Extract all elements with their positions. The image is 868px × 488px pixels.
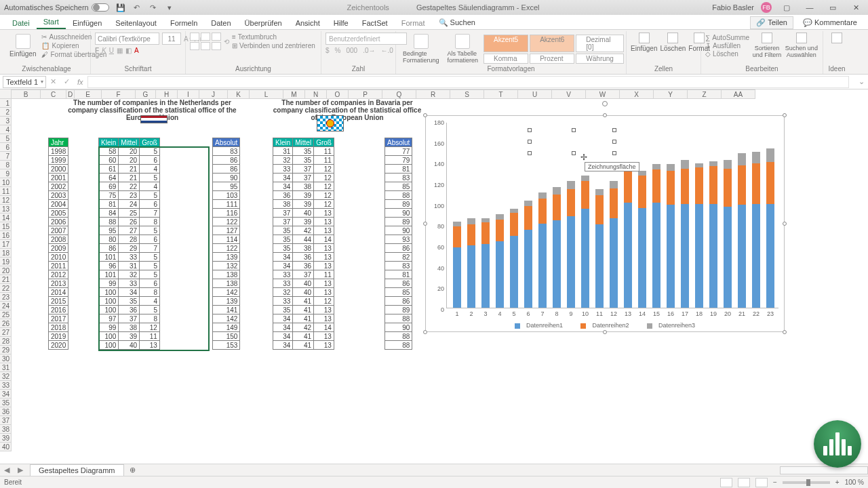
col-header[interactable]: AA xyxy=(722,89,755,99)
col-header[interactable]: R xyxy=(416,89,450,99)
row-header[interactable]: 28 xyxy=(0,337,12,346)
qat-more-icon[interactable]: ▾ xyxy=(165,3,174,12)
italic-button[interactable]: K xyxy=(102,47,106,54)
row-header[interactable]: 20 xyxy=(0,266,12,275)
row-header[interactable]: 2 xyxy=(0,108,12,117)
select-all-corner[interactable] xyxy=(0,89,12,99)
zoom-out-icon[interactable]: − xyxy=(773,479,777,486)
rotate-handle-icon[interactable] xyxy=(602,101,608,106)
tab-help[interactable]: Hilfe xyxy=(327,16,355,29)
add-sheet-icon[interactable]: ⊕ xyxy=(124,466,141,474)
row-header[interactable]: 33 xyxy=(0,381,12,390)
horizontal-scrollbar[interactable] xyxy=(780,466,868,474)
row-header[interactable]: 15 xyxy=(0,222,12,231)
formula-bar[interactable] xyxy=(87,76,849,88)
col-header[interactable]: K xyxy=(228,89,250,99)
comma-icon[interactable]: 000 xyxy=(346,47,357,54)
row-header[interactable]: 34 xyxy=(0,390,12,399)
view-normal-icon[interactable] xyxy=(720,478,732,487)
tab-pagelayout[interactable]: Seitenlayout xyxy=(108,16,163,29)
row-header[interactable]: 26 xyxy=(0,319,12,328)
align-grid[interactable] xyxy=(190,33,221,50)
share-button[interactable]: 🔗 Teilen xyxy=(750,16,793,29)
row-header[interactable]: 10 xyxy=(0,178,12,187)
col-header[interactable]: B xyxy=(12,89,41,99)
comments-button[interactable]: 💬 Kommentare xyxy=(797,17,863,28)
user-name[interactable]: Fabio Basler xyxy=(712,3,754,12)
col-header[interactable]: O xyxy=(327,89,349,99)
row-header[interactable]: 32 xyxy=(0,372,12,381)
cell-style-decimal[interactable]: Dezimal [0] xyxy=(576,35,624,52)
col-header[interactable]: V xyxy=(552,89,586,99)
undo-icon[interactable]: ↶ xyxy=(132,3,142,12)
col-header[interactable]: C xyxy=(41,89,66,99)
fill-button[interactable]: ↧ Ausfüllen xyxy=(705,42,749,49)
col-header[interactable]: M xyxy=(283,89,305,99)
underline-button[interactable]: U xyxy=(109,47,114,54)
row-header[interactable]: 8 xyxy=(0,161,12,169)
row-header[interactable]: 37 xyxy=(0,416,12,425)
row-header[interactable]: 17 xyxy=(0,240,12,249)
conditional-format-button[interactable]: Bedingte Formatierung xyxy=(400,33,442,65)
row-header[interactable]: 6 xyxy=(0,143,12,152)
cell-style-currency[interactable]: Währung xyxy=(576,54,624,64)
currency-icon[interactable]: $ xyxy=(326,47,330,54)
col-header[interactable]: Q xyxy=(382,89,416,99)
save-icon[interactable]: 💾 xyxy=(116,3,125,12)
name-box[interactable]: Textfeld 1 xyxy=(3,76,46,88)
fill-color-button[interactable]: ◧ xyxy=(125,47,132,54)
tab-insert[interactable]: Einfügen xyxy=(66,16,108,29)
maximize-icon[interactable]: ▭ xyxy=(825,1,841,14)
col-header[interactable]: W xyxy=(586,89,620,99)
cell-style-percent[interactable]: Prozent xyxy=(530,54,574,64)
user-avatar[interactable]: FB xyxy=(761,2,772,13)
col-header[interactable]: H xyxy=(156,89,178,99)
expand-formula-bar-icon[interactable]: ⌄ xyxy=(859,77,868,86)
tab-file[interactable]: Datei xyxy=(5,16,37,29)
autosave-toggle[interactable]: Automatisches Speichern xyxy=(4,3,109,12)
row-header[interactable]: 24 xyxy=(0,302,12,310)
tab-format[interactable]: Format xyxy=(395,16,432,29)
decrease-decimal-icon[interactable]: ←.0 xyxy=(381,47,393,54)
row-header[interactable]: 4 xyxy=(0,125,12,134)
fx-icon[interactable]: fx xyxy=(73,78,87,86)
col-header[interactable]: Y xyxy=(654,89,688,99)
cancel-formula-icon[interactable]: ✕ xyxy=(46,77,60,86)
format-as-table-button[interactable]: Als Tabelle formatieren xyxy=(445,33,481,65)
col-header[interactable]: J xyxy=(199,89,228,99)
ideas-button[interactable] xyxy=(827,33,846,45)
col-header[interactable]: S xyxy=(450,89,484,99)
number-format-combo[interactable] xyxy=(326,33,407,45)
clear-button[interactable]: ◇ Löschen xyxy=(705,50,749,58)
col-header[interactable]: D xyxy=(66,89,75,99)
font-color-button[interactable]: A xyxy=(134,47,139,54)
cell-style-accent6[interactable]: Akzent6 xyxy=(530,35,574,52)
row-header[interactable]: 36 xyxy=(0,407,12,416)
sheet-nav-prev-icon[interactable]: ◀ xyxy=(0,466,14,474)
percent-icon[interactable]: % xyxy=(335,47,341,54)
view-pagelayout-icon[interactable] xyxy=(738,478,750,487)
sheet-nav-next-icon[interactable]: ▶ xyxy=(14,466,27,474)
col-header[interactable]: X xyxy=(620,89,654,99)
tab-view[interactable]: Ansicht xyxy=(289,16,327,29)
font-name-combo[interactable] xyxy=(95,33,159,45)
stacked-bar-chart[interactable]: 0204060801001201401601801234567891011121… xyxy=(425,115,785,332)
col-header[interactable]: Z xyxy=(688,89,722,99)
row-header[interactable]: 35 xyxy=(0,399,12,407)
bold-button[interactable]: F xyxy=(95,47,99,54)
row-header[interactable]: 12 xyxy=(0,196,12,205)
wrap-text-button[interactable]: ≡ Textumbruch xyxy=(232,33,315,41)
row-header[interactable]: 18 xyxy=(0,249,12,258)
row-header[interactable]: 23 xyxy=(0,293,12,302)
view-pagebreak-icon[interactable] xyxy=(755,478,768,487)
tab-home[interactable]: Start xyxy=(37,15,66,29)
row-header[interactable]: 31 xyxy=(0,363,12,372)
row-header[interactable]: 5 xyxy=(0,134,12,143)
row-header[interactable]: 16 xyxy=(0,231,12,240)
redo-icon[interactable]: ↷ xyxy=(149,3,158,12)
row-header[interactable]: 7 xyxy=(0,152,12,161)
col-header[interactable]: U xyxy=(518,89,552,99)
ribbon-display-icon[interactable]: ▢ xyxy=(778,1,795,14)
tab-search[interactable]: 🔍 Suchen xyxy=(432,16,482,29)
merge-center-button[interactable]: ⊞ Verbinden und zentrieren xyxy=(232,42,315,49)
